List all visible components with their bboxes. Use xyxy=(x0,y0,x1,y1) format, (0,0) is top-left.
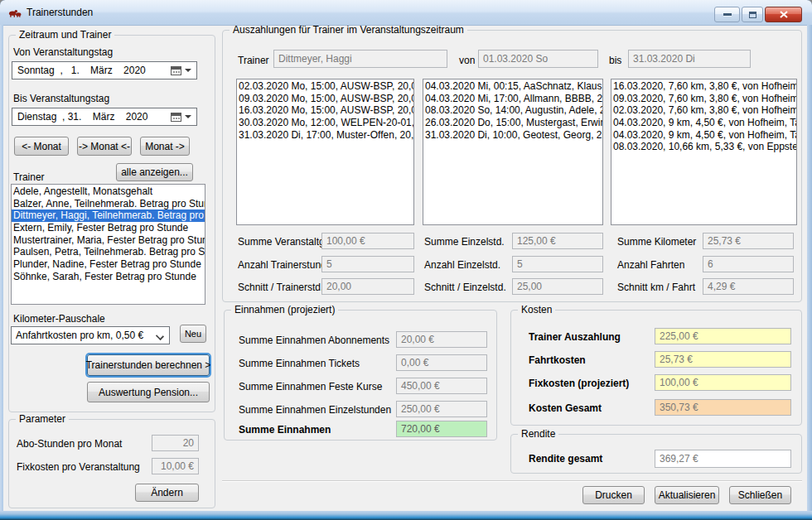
einnahmen-abonnements-label: Summe Einnahmen Abonnements xyxy=(239,335,389,346)
abo-stunden-value: 20 xyxy=(152,435,199,451)
trainer-label: Trainer xyxy=(238,55,269,66)
group-title: Einnahmen (projeziert) xyxy=(231,304,338,315)
anzahl-trainerstunden-value: 5 xyxy=(321,256,414,272)
list-item[interactable]: 02.03.2020, 7,60 km, 3,80 €, von Hofheim… xyxy=(611,104,796,117)
list-item[interactable]: 30.03.2020 Mo, 12:00, WELPEN-20-01, 20,0… xyxy=(237,117,413,129)
list-item[interactable]: 04.03.2020 Mi, 17:00, Allmann, BBBB, 25,… xyxy=(423,93,602,105)
veranstaltungen-listbox[interactable]: 02.03.2020 Mo, 15:00, AUSW-BSP, 20,00 €,… xyxy=(236,79,414,225)
month-next-button[interactable]: Monat -> xyxy=(140,137,190,156)
trainer-listbox[interactable]: Adele, Angestellt, MonatsgehaltBalzer, A… xyxy=(11,184,205,305)
calendar-icon[interactable] xyxy=(171,113,181,122)
summe-einzelstd-label: Summe Einzelstd. xyxy=(424,236,505,248)
trainer-auszahlung-label: Trainer Auszahlung xyxy=(529,331,621,343)
summe-einnahmen-value: 720,00 € xyxy=(396,421,487,437)
anzahl-einzelstd-label: Anzahl Einzelstd. xyxy=(424,259,500,271)
list-item[interactable]: 16.03.2020, 7,60 km, 3,80 €, von Hofheim… xyxy=(611,80,796,93)
window-title: Trainerstunden xyxy=(27,7,93,18)
close-icon xyxy=(780,11,788,18)
list-item[interactable]: Dittmeyer, Haggi, Teilnehmerab. Betrag p… xyxy=(12,209,205,222)
separator xyxy=(222,480,802,482)
list-item[interactable]: 31.03.2020 Di, 10:00, Geotest, Georg, 25… xyxy=(423,129,602,142)
list-item[interactable]: Plunder, Nadine, Fester Betrag pro Stund… xyxy=(12,258,205,271)
list-item[interactable]: 02.03.2020 Mo, 15:00, AUSW-BSP, 20,00 €, xyxy=(237,80,413,93)
von-value: 01.03.2020 So xyxy=(478,50,598,68)
summe-einzelstd-value: 125,00 € xyxy=(512,233,603,249)
einnahmen-einzelstunden-value: 250,00 € xyxy=(396,401,487,417)
aktualisieren-button[interactable]: Aktualisieren xyxy=(655,486,719,504)
minimize-icon xyxy=(723,13,732,17)
einnahmen-abonnements-value: 20,00 € xyxy=(396,331,487,348)
drucken-button[interactable]: Drucken xyxy=(582,486,645,504)
schliessen-button[interactable]: Schließen xyxy=(729,486,791,504)
anzahl-fahrten-value: 6 xyxy=(703,256,794,272)
list-item[interactable]: 26.03.2020 Do, 15:00, Mustergast, Erwin,… xyxy=(423,117,602,129)
maximize-button[interactable] xyxy=(742,7,763,22)
month-current-button[interactable]: -> Monat <- xyxy=(77,137,132,156)
chevron-down-icon[interactable] xyxy=(185,69,191,72)
alle-anzeigen-button[interactable]: alle anzeigen... xyxy=(116,163,193,181)
von-date-picker[interactable]: Sonntag , 1. März 2020 xyxy=(12,61,197,79)
bis-value: 31.03.2020 Di xyxy=(628,50,751,68)
group-title: Parameter xyxy=(16,413,69,425)
list-item[interactable]: 08.03.2020 So, 14:00, Augustin, Adele, 2… xyxy=(423,104,602,117)
group-title: Rendite xyxy=(518,428,558,440)
schnitt-trainerstd-value: 20,00 xyxy=(321,278,414,295)
trainerstunden-berechnen-button[interactable]: Trainerstunden berechnen > xyxy=(87,354,210,376)
auswertung-pension-button[interactable]: Auswertung Pension... xyxy=(87,382,210,402)
summe-veranstaltgn-label: Summe Veranstaltgn. xyxy=(238,236,333,248)
list-item[interactable]: 31.03.2020 Di, 17:00, Muster-Offen, 20,0… xyxy=(237,129,413,142)
einnahmen-feste-kurse-value: 450,00 € xyxy=(396,378,487,394)
aendern-button[interactable]: Ändern xyxy=(135,484,199,502)
neu-button[interactable]: Neu xyxy=(180,325,206,343)
bis-date-value: Dienstag , 31. März 2020 xyxy=(17,111,147,123)
chevron-down-icon[interactable] xyxy=(185,115,191,118)
fahrten-listbox[interactable]: 16.03.2020, 7,60 km, 3,80 €, von Hofheim… xyxy=(611,79,797,225)
list-item[interactable]: Söhnke, Sarah, Fester Betrag pro Stunde xyxy=(12,271,205,283)
calendar-icon[interactable] xyxy=(171,66,181,75)
list-item[interactable]: Adele, Angestellt, Monatsgehalt xyxy=(12,185,205,198)
fahrtkosten-value: 25,73 € xyxy=(655,351,791,368)
kilometer-pauschale-label: Kilometer-Pauschale xyxy=(13,313,105,325)
month-prev-button[interactable]: <- Monat xyxy=(14,137,69,156)
schnitt-einzelstd-label: Schnitt / Einzelstd. xyxy=(424,282,506,293)
window-border-left xyxy=(0,25,3,513)
einzelstunden-listbox[interactable]: 04.03.2020 Mi, 00:15, AaSchnatz, Klaus, … xyxy=(423,79,603,225)
list-item[interactable]: 04.03.2020, 9 km, 4,50 €, von Hofheim, T… xyxy=(611,129,796,142)
einnahmen-tickets-label: Summe Einnahmen Tickets xyxy=(239,358,360,369)
list-item[interactable]: 09.03.2020, 7,60 km, 3,80 €, von Hofheim… xyxy=(611,93,796,105)
fixkosten-pro-veranstaltung-value: 10,00 € xyxy=(152,458,199,474)
anzahl-fahrten-label: Anzahl Fahrten xyxy=(617,259,684,271)
einnahmen-einzelstunden-label: Summe Einnahmen Einzelstunden xyxy=(239,404,391,416)
chevron-down-icon[interactable] xyxy=(156,332,164,340)
von-date-value: Sonntag , 1. März 2020 xyxy=(17,65,146,76)
close-button[interactable] xyxy=(765,7,802,22)
minimize-button[interactable] xyxy=(714,7,740,22)
list-item[interactable]: 08.03.2020, 10,66 km, 5,33 €, von Eppste… xyxy=(611,141,796,153)
schnitt-km-fahrt-value: 4,29 € xyxy=(703,278,794,295)
group-title: Kosten xyxy=(518,304,555,315)
list-item[interactable]: 16.03.2020 Mo, 15:00, AUSW-BSP, 20,00 €, xyxy=(237,104,413,117)
list-item[interactable]: 09.03.2020 Mo, 15:00, AUSW-BSP, 20,00 €, xyxy=(237,93,413,105)
list-item[interactable]: Extern, Emily, Fester Betrag pro Stunde xyxy=(12,222,205,234)
list-item[interactable]: 04.03.2020 Mi, 00:15, AaSchnatz, Klaus, … xyxy=(423,80,602,93)
von-veranstaltungstag-label: Von Veranstaltungstag xyxy=(13,46,113,58)
bis-date-picker[interactable]: Dienstag , 31. März 2020 xyxy=(12,108,197,126)
fixkosten-pro-veranstaltung-label: Fixkosten pro Veranstaltung xyxy=(17,461,140,473)
fixkosten-projeziert-value: 100,00 € xyxy=(655,374,791,391)
list-item[interactable]: Mustertrainer, Maria, Fester Betrag pro … xyxy=(12,234,205,247)
titlebar[interactable]: Trainerstunden xyxy=(0,0,812,26)
abo-stunden-label: Abo-Stunden pro Monat xyxy=(17,438,122,450)
list-item[interactable]: Paulsen, Petra, Teilnehmerab. Betrag pro… xyxy=(12,246,205,258)
summe-einnahmen-label: Summe Einnahmen xyxy=(239,424,331,436)
list-item[interactable]: 04.03.2020, 9 km, 4,50 €, von Hofheim, T… xyxy=(611,117,796,129)
list-item[interactable]: Balzer, Anne, Teilnehmerab. Betrag pro S… xyxy=(12,198,205,210)
summe-veranstaltgn-value: 100,00 € xyxy=(321,233,414,249)
maximize-icon xyxy=(749,12,756,18)
fahrtkosten-label: Fahrtkosten xyxy=(529,354,586,366)
kilometer-pauschale-combobox[interactable]: Anfahrtkosten pro km, 0,50 € xyxy=(11,326,170,344)
rendite-gesamt-label: Rendite gesamt xyxy=(529,453,602,465)
einnahmen-feste-kurse-label: Summe Einnahmen Feste Kurse xyxy=(239,381,382,392)
von-label: von xyxy=(459,55,475,66)
group-title: Auszahlungen für Trainer im Veranstaltun… xyxy=(230,24,467,36)
summe-kilometer-label: Summe Kilometer xyxy=(617,236,696,248)
